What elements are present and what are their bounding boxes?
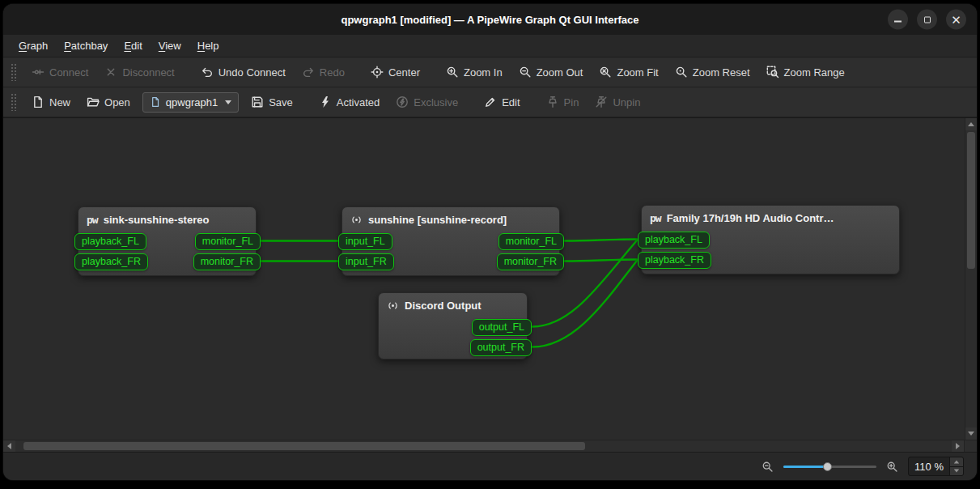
port[interactable]: monitor_FR xyxy=(497,253,564,270)
node-discord-output[interactable]: Discord Output output_FL output_FR xyxy=(378,292,528,359)
pencil-icon xyxy=(484,96,497,108)
zoom-in-icon[interactable] xyxy=(886,461,898,473)
record-icon xyxy=(350,214,363,226)
port[interactable]: playback_FL xyxy=(74,233,146,250)
titlebar[interactable]: qpwgraph1 [modified] — A PipeWire Graph … xyxy=(3,4,977,35)
port[interactable]: input_FR xyxy=(338,253,394,270)
port[interactable]: monitor_FR xyxy=(193,253,261,270)
undo-icon xyxy=(201,66,214,79)
node-title: pw Family 17h/19h HD Audio Contr… xyxy=(642,206,899,224)
pin-button[interactable]: Pin xyxy=(539,91,587,113)
toolbar-drag-handle[interactable] xyxy=(11,63,17,81)
zoom-slider-handle[interactable] xyxy=(823,462,832,471)
arrow-up-icon xyxy=(954,460,959,463)
zoom-out-icon[interactable] xyxy=(762,461,774,473)
node-family-hd-audio[interactable]: pw Family 17h/19h HD Audio Contr… playba… xyxy=(641,205,900,274)
patchbay-file-icon xyxy=(150,96,161,108)
node-sunshine-record[interactable]: sunshine [sunshine-record] input_FL inpu… xyxy=(342,206,560,276)
maximize-button[interactable] xyxy=(917,10,937,30)
menu-patchbay[interactable]: Patchbay xyxy=(57,36,115,55)
scroll-down-button[interactable] xyxy=(965,427,977,440)
lightning-icon xyxy=(319,96,332,108)
horizontal-scroll-thumb[interactable] xyxy=(23,442,585,450)
node-title: Discord Output xyxy=(379,293,527,312)
port[interactable]: playback_FL xyxy=(638,232,710,249)
spin-buttons xyxy=(949,457,963,475)
center-button[interactable]: Center xyxy=(363,61,427,83)
graph-canvas[interactable]: pw sink-sunshine-stereo playback_FL play… xyxy=(3,118,965,440)
node-title: pw sink-sunshine-stereo xyxy=(78,207,256,226)
zoom-step-down-button[interactable] xyxy=(950,467,963,476)
port[interactable]: output_FL xyxy=(472,319,532,336)
undo-connect-button[interactable]: Undo Connect xyxy=(193,61,293,83)
graph-toolbar: Connect Disconnect Undo Connect Redo Cen… xyxy=(3,57,977,87)
menubar: Graph Patchbay Edit View Help xyxy=(3,35,977,57)
scroll-left-button[interactable] xyxy=(3,440,15,452)
unpin-button[interactable]: Unpin xyxy=(588,91,647,113)
scroll-up-button[interactable] xyxy=(965,118,977,130)
zoom-out-button[interactable]: Zoom Out xyxy=(511,61,591,83)
activated-toggle-button[interactable]: Activated xyxy=(312,91,387,113)
scrollbar-corner xyxy=(964,440,977,452)
new-patchbay-button[interactable]: New xyxy=(24,91,78,113)
pipewire-icon: pw xyxy=(87,214,98,226)
port[interactable]: monitor_FL xyxy=(498,233,564,250)
zoom-step-up-button[interactable] xyxy=(950,457,963,467)
port[interactable]: input_FL xyxy=(338,233,392,250)
open-patchbay-button[interactable]: Open xyxy=(79,91,138,113)
node-sink-sunshine-stereo[interactable]: pw sink-sunshine-stereo playback_FL play… xyxy=(78,206,257,276)
maximize-icon xyxy=(924,16,931,23)
pipewire-icon: pw xyxy=(650,212,661,224)
disconnect-button[interactable]: Disconnect xyxy=(97,61,181,83)
zoom-slider[interactable] xyxy=(783,460,876,473)
save-icon xyxy=(251,96,264,108)
vertical-scroll-thumb[interactable] xyxy=(967,132,975,269)
menu-graph[interactable]: Graph xyxy=(11,36,55,55)
zoom-spinbox[interactable]: 110 % xyxy=(908,457,964,476)
zoom-fit-button[interactable]: Zoom Fit xyxy=(592,61,665,83)
chevron-down-icon xyxy=(225,100,231,104)
zoom-value[interactable]: 110 % xyxy=(909,457,949,475)
zoom-range-button[interactable]: Zoom Range xyxy=(759,61,852,83)
close-button[interactable]: ✕ xyxy=(946,10,966,30)
patchbay-file-dropdown[interactable]: qpwgraph1 xyxy=(142,92,239,113)
app-window: qpwgraph1 [modified] — A PipeWire Graph … xyxy=(3,4,977,480)
menu-help[interactable]: Help xyxy=(190,36,227,55)
zoom-reset-button[interactable]: Zoom Reset xyxy=(668,61,757,83)
pin-icon xyxy=(546,96,559,108)
edit-patchbay-button[interactable]: Edit xyxy=(477,91,527,113)
connection-layer xyxy=(3,118,965,440)
vertical-scrollbar[interactable] xyxy=(965,118,977,440)
canvas-area: pw sink-sunshine-stereo playback_FL play… xyxy=(3,117,977,440)
arrow-right-icon xyxy=(956,443,960,449)
vertical-scroll-track[interactable] xyxy=(965,130,977,427)
redo-icon xyxy=(302,66,315,79)
window-title: qpwgraph1 [modified] — A PipeWire Graph … xyxy=(341,14,638,26)
arrow-up-icon xyxy=(968,122,974,126)
disconnect-icon xyxy=(104,66,117,79)
scroll-right-button[interactable] xyxy=(952,440,964,452)
unpin-icon xyxy=(595,96,608,108)
exclusive-toggle-button[interactable]: Exclusive xyxy=(388,91,465,113)
port[interactable]: playback_FR xyxy=(74,253,148,270)
menu-edit[interactable]: Edit xyxy=(117,36,149,55)
port[interactable]: output_FR xyxy=(470,339,532,356)
minimize-button[interactable] xyxy=(888,10,908,30)
zoom-reset-icon xyxy=(675,66,688,79)
open-folder-icon xyxy=(87,96,100,108)
horizontal-scrollbar[interactable] xyxy=(3,440,977,452)
port[interactable]: monitor_FL xyxy=(195,233,261,250)
connection-wire[interactable] xyxy=(565,260,637,262)
menu-view[interactable]: View xyxy=(151,36,189,55)
zoom-in-button[interactable]: Zoom In xyxy=(439,61,510,83)
connection-wire[interactable] xyxy=(565,240,637,241)
new-file-icon xyxy=(32,96,45,108)
save-patchbay-button[interactable]: Save xyxy=(244,91,300,113)
connect-button[interactable]: Connect xyxy=(24,61,95,83)
horizontal-scroll-track[interactable] xyxy=(15,440,952,452)
toolbar-drag-handle[interactable] xyxy=(11,93,17,111)
connect-icon xyxy=(32,66,45,79)
port[interactable]: playback_FR xyxy=(638,252,711,269)
redo-button[interactable]: Redo xyxy=(295,61,352,83)
zoom-slider-fill xyxy=(783,466,827,468)
